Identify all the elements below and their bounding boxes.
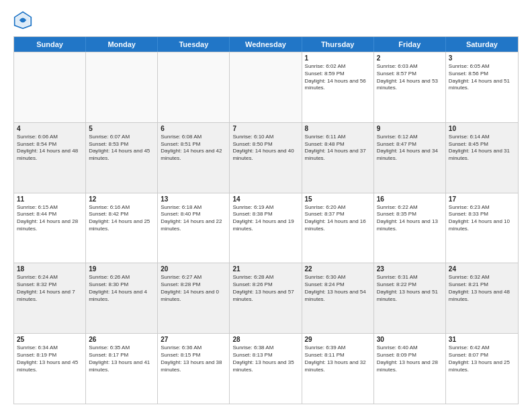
day-number: 15 [305, 195, 371, 203]
day-number: 24 [449, 265, 515, 273]
cell-info: Sunrise: 6:05 AMSunset: 8:56 PMDaylight:… [449, 63, 515, 92]
cell-info: Sunrise: 6:15 AMSunset: 8:44 PMDaylight:… [17, 204, 83, 233]
calendar-day-header: Sunday [14, 37, 86, 52]
day-number: 4 [17, 125, 83, 132]
header [13, 11, 519, 30]
calendar-day-header: Saturday [446, 37, 518, 52]
logo [13, 11, 35, 30]
cell-info: Sunrise: 6:42 AMSunset: 8:07 PMDaylight:… [449, 345, 515, 373]
day-number: 1 [305, 54, 371, 62]
day-number: 29 [305, 336, 371, 343]
day-number: 9 [377, 125, 443, 132]
calendar-cell: 5Sunrise: 6:07 AMSunset: 8:53 PMDaylight… [86, 123, 158, 193]
calendar-cell: 4Sunrise: 6:06 AMSunset: 8:54 PMDaylight… [14, 123, 86, 193]
day-number: 7 [232, 125, 298, 132]
calendar-cell: 25Sunrise: 6:34 AMSunset: 8:19 PMDayligh… [14, 334, 86, 404]
calendar-cell: 15Sunrise: 6:20 AMSunset: 8:37 PMDayligh… [302, 193, 374, 263]
day-number: 19 [89, 265, 154, 273]
calendar-cell: 17Sunrise: 6:23 AMSunset: 8:33 PMDayligh… [446, 193, 518, 263]
calendar-row: 4Sunrise: 6:06 AMSunset: 8:54 PMDaylight… [14, 122, 518, 193]
cell-info: Sunrise: 6:11 AMSunset: 8:48 PMDaylight:… [305, 134, 371, 163]
calendar: SundayMondayTuesdayWednesdayThursdayFrid… [13, 36, 519, 404]
cell-info: Sunrise: 6:16 AMSunset: 8:42 PMDaylight:… [89, 204, 154, 233]
calendar-cell: 16Sunrise: 6:22 AMSunset: 8:35 PMDayligh… [374, 193, 446, 263]
cell-info: Sunrise: 6:23 AMSunset: 8:33 PMDaylight:… [449, 204, 515, 233]
calendar-day-header: Friday [374, 37, 446, 52]
cell-info: Sunrise: 6:08 AMSunset: 8:51 PMDaylight:… [161, 134, 226, 163]
cell-info: Sunrise: 6:28 AMSunset: 8:26 PMDaylight:… [232, 274, 298, 303]
day-number: 11 [17, 195, 83, 203]
calendar-cell: 29Sunrise: 6:39 AMSunset: 8:11 PMDayligh… [302, 334, 374, 404]
calendar-cell: 8Sunrise: 6:11 AMSunset: 8:48 PMDaylight… [302, 123, 374, 193]
day-number: 28 [232, 336, 298, 343]
calendar-body: 1Sunrise: 6:02 AMSunset: 8:59 PMDaylight… [14, 52, 518, 404]
day-number: 22 [305, 265, 371, 273]
calendar-cell: 23Sunrise: 6:31 AMSunset: 8:22 PMDayligh… [374, 263, 446, 333]
calendar-cell: 1Sunrise: 6:02 AMSunset: 8:59 PMDaylight… [302, 52, 374, 122]
calendar-cell: 22Sunrise: 6:30 AMSunset: 8:24 PMDayligh… [302, 263, 374, 333]
calendar-cell: 2Sunrise: 6:03 AMSunset: 8:57 PMDaylight… [374, 52, 446, 122]
calendar-row: 25Sunrise: 6:34 AMSunset: 8:19 PMDayligh… [14, 333, 518, 404]
cell-info: Sunrise: 6:26 AMSunset: 8:30 PMDaylight:… [89, 274, 154, 303]
day-number: 20 [161, 265, 226, 273]
calendar-cell: 14Sunrise: 6:19 AMSunset: 8:38 PMDayligh… [230, 193, 302, 263]
calendar-cell: 13Sunrise: 6:18 AMSunset: 8:40 PMDayligh… [158, 193, 230, 263]
cell-info: Sunrise: 6:18 AMSunset: 8:40 PMDaylight:… [161, 204, 226, 233]
calendar-day-header: Tuesday [158, 37, 230, 52]
calendar-header: SundayMondayTuesdayWednesdayThursdayFrid… [14, 37, 518, 52]
cell-info: Sunrise: 6:19 AMSunset: 8:38 PMDaylight:… [232, 204, 298, 233]
day-number: 10 [449, 125, 515, 132]
calendar-cell: 10Sunrise: 6:14 AMSunset: 8:45 PMDayligh… [446, 123, 518, 193]
calendar-cell: 6Sunrise: 6:08 AMSunset: 8:51 PMDaylight… [158, 123, 230, 193]
cell-info: Sunrise: 6:12 AMSunset: 8:47 PMDaylight:… [377, 134, 443, 163]
calendar-cell: 11Sunrise: 6:15 AMSunset: 8:44 PMDayligh… [14, 193, 86, 263]
calendar-cell: 20Sunrise: 6:27 AMSunset: 8:28 PMDayligh… [158, 263, 230, 333]
calendar-cell [86, 52, 158, 122]
cell-info: Sunrise: 6:38 AMSunset: 8:13 PMDaylight:… [232, 345, 298, 373]
calendar-cell: 12Sunrise: 6:16 AMSunset: 8:42 PMDayligh… [86, 193, 158, 263]
day-number: 8 [305, 125, 371, 132]
day-number: 30 [377, 336, 443, 343]
cell-info: Sunrise: 6:03 AMSunset: 8:57 PMDaylight:… [377, 63, 443, 92]
day-number: 27 [161, 336, 226, 343]
day-number: 5 [89, 125, 154, 132]
calendar-cell: 9Sunrise: 6:12 AMSunset: 8:47 PMDaylight… [374, 123, 446, 193]
day-number: 26 [89, 336, 154, 343]
day-number: 16 [377, 195, 443, 203]
calendar-cell [230, 52, 302, 122]
calendar-cell: 7Sunrise: 6:10 AMSunset: 8:50 PMDaylight… [230, 123, 302, 193]
calendar-cell [14, 52, 86, 122]
cell-info: Sunrise: 6:31 AMSunset: 8:22 PMDaylight:… [377, 274, 443, 303]
cell-info: Sunrise: 6:39 AMSunset: 8:11 PMDaylight:… [305, 345, 371, 373]
day-number: 14 [232, 195, 298, 203]
day-number: 12 [89, 195, 154, 203]
day-number: 13 [161, 195, 226, 203]
calendar-cell: 27Sunrise: 6:36 AMSunset: 8:15 PMDayligh… [158, 334, 230, 404]
cell-info: Sunrise: 6:14 AMSunset: 8:45 PMDaylight:… [449, 134, 515, 163]
calendar-row: 1Sunrise: 6:02 AMSunset: 8:59 PMDaylight… [14, 52, 518, 122]
cell-info: Sunrise: 6:22 AMSunset: 8:35 PMDaylight:… [377, 204, 443, 233]
calendar-day-header: Monday [86, 37, 158, 52]
day-number: 21 [232, 265, 298, 273]
cell-info: Sunrise: 6:30 AMSunset: 8:24 PMDaylight:… [305, 274, 371, 303]
cell-info: Sunrise: 6:32 AMSunset: 8:21 PMDaylight:… [449, 274, 515, 303]
logo-icon [13, 11, 32, 30]
day-number: 31 [449, 336, 515, 343]
calendar-cell: 18Sunrise: 6:24 AMSunset: 8:32 PMDayligh… [14, 263, 86, 333]
day-number: 6 [161, 125, 226, 132]
page: SundayMondayTuesdayWednesdayThursdayFrid… [0, 0, 532, 411]
day-number: 3 [449, 54, 515, 62]
calendar-cell: 3Sunrise: 6:05 AMSunset: 8:56 PMDaylight… [446, 52, 518, 122]
calendar-cell: 30Sunrise: 6:40 AMSunset: 8:09 PMDayligh… [374, 334, 446, 404]
cell-info: Sunrise: 6:40 AMSunset: 8:09 PMDaylight:… [377, 345, 443, 373]
cell-info: Sunrise: 6:27 AMSunset: 8:28 PMDaylight:… [161, 274, 226, 303]
calendar-cell: 26Sunrise: 6:35 AMSunset: 8:17 PMDayligh… [86, 334, 158, 404]
day-number: 2 [377, 54, 443, 62]
calendar-cell [158, 52, 230, 122]
day-number: 25 [17, 336, 83, 343]
calendar-cell: 21Sunrise: 6:28 AMSunset: 8:26 PMDayligh… [230, 263, 302, 333]
calendar-cell: 28Sunrise: 6:38 AMSunset: 8:13 PMDayligh… [230, 334, 302, 404]
calendar-cell: 24Sunrise: 6:32 AMSunset: 8:21 PMDayligh… [446, 263, 518, 333]
cell-info: Sunrise: 6:06 AMSunset: 8:54 PMDaylight:… [17, 134, 83, 163]
day-number: 23 [377, 265, 443, 273]
